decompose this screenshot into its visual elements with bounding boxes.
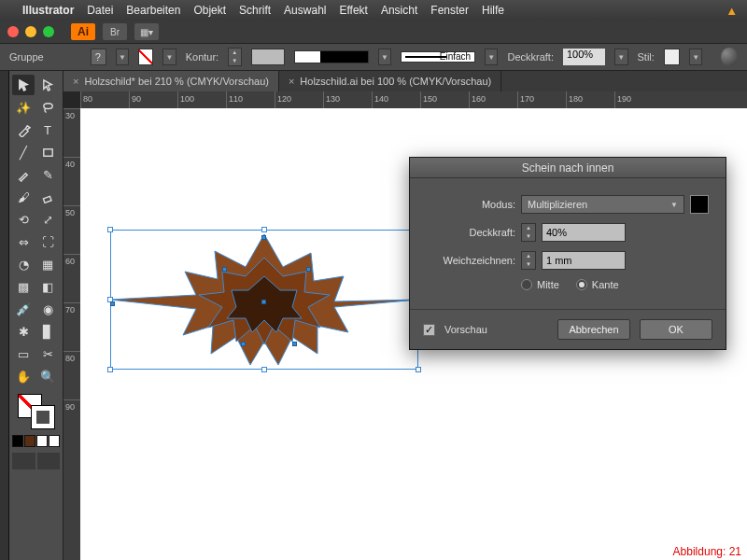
document-tab-2[interactable]: ×Holzschild.ai bei 100 % (CMYK/Vorschau) xyxy=(279,71,501,91)
graphic-style-dd[interactable]: ▼ xyxy=(689,49,702,65)
window-minimize-icon[interactable] xyxy=(25,26,36,37)
menu-datei[interactable]: Datei xyxy=(87,4,113,17)
eyedropper-tool[interactable]: 💉 xyxy=(12,299,35,319)
svg-rect-1 xyxy=(43,148,51,156)
stroke-dropdown[interactable]: ▼ xyxy=(162,49,176,65)
menu-schrift[interactable]: Schrift xyxy=(239,4,271,17)
inner-glow-dialog: Schein nach innen Modus: Multiplizieren▼… xyxy=(409,157,726,350)
handle-s[interactable] xyxy=(261,367,267,372)
brush-dd[interactable]: ▼ xyxy=(485,49,498,65)
swatch-none[interactable] xyxy=(49,435,60,447)
menu-objekt[interactable]: Objekt xyxy=(193,4,226,17)
shape-builder-tool[interactable]: ◔ xyxy=(12,254,35,274)
handle-se[interactable] xyxy=(416,367,421,372)
lasso-tool[interactable] xyxy=(36,97,59,118)
handle-n[interactable] xyxy=(261,227,267,232)
rotate-tool[interactable]: ⟲ xyxy=(12,209,35,230)
glow-color-swatch[interactable] xyxy=(690,195,709,214)
slice-tool[interactable]: ✂ xyxy=(36,343,59,364)
direct-selection-tool[interactable] xyxy=(36,75,59,95)
selection-type-label: Gruppe xyxy=(9,51,44,63)
swatch-black[interactable] xyxy=(12,435,23,447)
radio-edge[interactable]: Kante xyxy=(576,279,619,290)
blend-tool[interactable]: ◉ xyxy=(36,299,59,319)
variable-profile-dd[interactable]: ▼ xyxy=(378,49,391,65)
menu-auswahl[interactable]: Auswahl xyxy=(284,4,326,17)
graph-tool[interactable]: ▊ xyxy=(36,321,59,342)
anchor-point[interactable] xyxy=(222,267,227,272)
symbol-sprayer-tool[interactable]: ✱ xyxy=(12,321,35,342)
window-close-icon[interactable] xyxy=(7,26,19,37)
fill-unknown[interactable]: ? xyxy=(91,49,106,65)
rectangle-tool[interactable] xyxy=(36,142,59,162)
gradient-tool[interactable]: ◧ xyxy=(36,276,59,297)
opacity-value-input[interactable]: 40% xyxy=(542,223,626,242)
perspective-grid-tool[interactable]: ▦ xyxy=(36,254,59,274)
width-tool[interactable]: ⇔ xyxy=(12,231,35,252)
bridge-button[interactable]: Br xyxy=(103,23,127,40)
mesh-tool[interactable]: ▩ xyxy=(12,276,35,297)
swatch-white[interactable] xyxy=(36,435,48,447)
selection-tool[interactable] xyxy=(12,75,35,95)
magic-wand-tool[interactable]: ✨ xyxy=(12,97,35,118)
menu-effekt[interactable]: Effekt xyxy=(339,4,367,17)
close-tab-icon[interactable]: × xyxy=(73,76,78,87)
anchor-point[interactable] xyxy=(306,267,311,272)
anchor-point[interactable] xyxy=(261,300,266,304)
blur-stepper[interactable]: ▲▼ xyxy=(521,251,536,270)
screen-mode-full[interactable] xyxy=(37,453,61,469)
blur-value-input[interactable]: 1 mm xyxy=(542,251,626,270)
stroke-weight-input[interactable] xyxy=(251,49,286,65)
anchor-point[interactable] xyxy=(292,342,297,346)
notification-icon[interactable]: ▲ xyxy=(726,4,738,18)
variable-profile[interactable] xyxy=(294,50,369,63)
stroke-none-icon[interactable] xyxy=(138,49,153,65)
radio-center[interactable]: Mitte xyxy=(521,279,559,290)
opacity-stepper[interactable]: ▲▼ xyxy=(521,223,536,242)
zoom-tool[interactable]: 🔍 xyxy=(36,366,59,386)
window-maximize-icon[interactable] xyxy=(43,26,54,37)
preview-checkbox[interactable]: ✓ xyxy=(423,324,435,336)
fill-dropdown[interactable]: ▼ xyxy=(116,49,129,65)
type-tool[interactable]: T xyxy=(36,119,59,140)
hand-tool[interactable]: ✋ xyxy=(12,366,35,386)
swatch-brown[interactable] xyxy=(24,435,35,447)
arrange-documents-button[interactable]: ▦▾ xyxy=(134,23,159,40)
fill-stroke-control[interactable] xyxy=(12,392,60,429)
blob-brush-tool[interactable]: 🖌 xyxy=(12,187,35,207)
mode-dropdown[interactable]: Multiplizieren▼ xyxy=(521,195,684,214)
menu-hilfe[interactable]: Hilfe xyxy=(482,4,504,17)
selected-artwork[interactable] xyxy=(110,230,418,370)
document-tab-1[interactable]: ×Holzschild* bei 210 % (CMYK/Vorschau) xyxy=(63,71,279,91)
paintbrush-tool[interactable] xyxy=(12,164,35,185)
stroke-swatch[interactable] xyxy=(31,405,55,429)
brush-definition[interactable]: Einfach xyxy=(401,51,475,63)
menu-ansicht[interactable]: Ansicht xyxy=(381,4,417,17)
anchor-point[interactable] xyxy=(241,342,246,346)
close-tab-icon[interactable]: × xyxy=(289,76,294,87)
pencil-tool[interactable]: ✎ xyxy=(36,164,59,185)
menu-bearbeiten[interactable]: Bearbeiten xyxy=(126,4,180,17)
ok-button[interactable]: OK xyxy=(640,319,712,340)
cancel-button[interactable]: Abbrechen xyxy=(557,319,630,340)
stroke-weight-stepper[interactable]: ▲▼ xyxy=(228,48,241,66)
free-transform-tool[interactable]: ⛶ xyxy=(36,231,59,252)
app-name[interactable]: Illustrator xyxy=(22,4,74,17)
artboard-tool[interactable]: ▭ xyxy=(12,343,35,364)
scale-tool[interactable]: ⤢ xyxy=(36,209,59,230)
pen-tool[interactable] xyxy=(12,119,35,140)
panel-collapsed-left[interactable] xyxy=(0,71,9,560)
anchor-point[interactable] xyxy=(110,301,115,306)
handle-nw[interactable] xyxy=(107,227,113,232)
line-tool[interactable]: ╱ xyxy=(12,142,35,162)
doc-setup-icon[interactable] xyxy=(721,48,738,66)
blur-label: Weichzeichnen: xyxy=(427,255,515,266)
opacity-dd[interactable]: ▼ xyxy=(614,49,627,65)
handle-sw[interactable] xyxy=(107,367,113,372)
eraser-tool[interactable] xyxy=(36,187,59,207)
anchor-point[interactable] xyxy=(261,235,266,240)
graphic-style-swatch[interactable] xyxy=(664,49,680,65)
menu-fenster[interactable]: Fenster xyxy=(430,4,469,17)
opacity-input[interactable]: 100% xyxy=(563,49,605,65)
screen-mode-normal[interactable] xyxy=(12,453,35,469)
